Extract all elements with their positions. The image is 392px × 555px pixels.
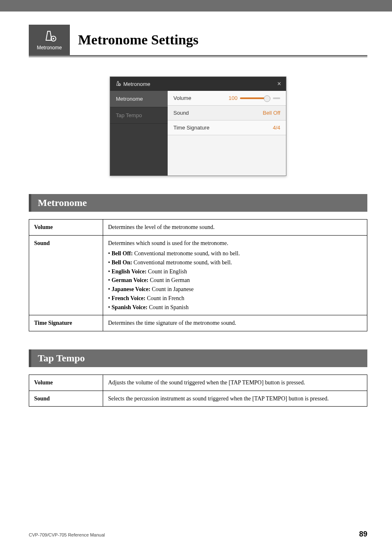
tap-volume-desc: Adjusts the volume of the sound triggere…	[103, 375, 367, 391]
title-underline	[29, 55, 367, 58]
dialog-sidebar: Metronome Tap Tempo	[110, 91, 168, 176]
list-item: French Voice: Count in French	[108, 294, 362, 303]
footer-doc-title: CVP-709/CVP-705 Reference Manual	[29, 532, 105, 537]
list-item: English Voice: Count in English	[108, 267, 362, 276]
svg-point-1	[53, 38, 54, 39]
page-number: 89	[359, 530, 367, 539]
dialog-header: Metronome ×	[110, 77, 286, 91]
spec-volume-desc: Determines the level of the metronome so…	[103, 220, 367, 236]
volume-slider[interactable]: 100	[228, 95, 280, 101]
row-volume[interactable]: Volume 100	[168, 91, 286, 106]
tap-volume-label: Volume	[29, 375, 103, 391]
list-item: Bell On: Conventional metronome sound, w…	[108, 258, 362, 267]
metronome-gear-icon	[42, 30, 57, 43]
spec-timesig-desc: Determines the time signature of the met…	[103, 315, 367, 331]
spec-volume-label: Volume	[29, 220, 103, 236]
spec-sound-list: Bell Off: Conventional metronome sound, …	[108, 249, 362, 312]
top-bar	[0, 0, 392, 12]
volume-value: 100	[228, 95, 238, 101]
row-volume-label: Volume	[173, 95, 191, 101]
row-sound-label: Sound	[173, 110, 189, 116]
row-timesig[interactable]: Time Signature 4/4	[168, 120, 286, 135]
sidebar-item-tap-tempo[interactable]: Tap Tempo	[110, 107, 168, 124]
page-title: Metronome Settings	[70, 25, 367, 55]
tap-sound-label: Sound	[29, 391, 103, 407]
metronome-spec-table: Volume Determines the level of the metro…	[29, 219, 367, 331]
tap-tempo-spec-table: Volume Adjusts the volume of the sound t…	[29, 375, 367, 407]
metronome-icon-box: Metronome	[29, 25, 70, 55]
section-heading-tap-tempo: Tap Tempo	[29, 349, 367, 367]
dialog-main: Volume 100 Sound Bell Off Time Signature…	[168, 91, 286, 176]
sidebar-item-metronome[interactable]: Metronome	[110, 91, 168, 107]
metronome-small-icon	[115, 81, 121, 88]
list-item: Bell Off: Conventional metronome sound, …	[108, 249, 362, 258]
list-item: Spanish Voice: Count in Spanish	[108, 303, 362, 312]
close-icon[interactable]: ×	[277, 80, 281, 88]
slider-track[interactable]	[240, 97, 270, 99]
icon-box-label: Metronome	[37, 45, 62, 51]
metronome-dialog: Metronome × Metronome Tap Tempo Volume 1…	[110, 76, 286, 176]
slider-track-rest	[273, 97, 280, 99]
spec-sound-intro: Determines which sound is used for the m…	[108, 240, 228, 246]
row-timesig-label: Time Signature	[173, 125, 210, 131]
spec-timesig-label: Time Signature	[29, 315, 103, 331]
list-item: German Voice: Count in German	[108, 276, 362, 285]
dialog-title: Metronome	[123, 81, 150, 87]
tap-sound-desc: Selects the percussion instrument as sou…	[103, 391, 367, 407]
spec-sound-desc: Determines which sound is used for the m…	[103, 235, 367, 315]
footer: CVP-709/CVP-705 Reference Manual 89	[29, 530, 367, 539]
page-title-row: Metronome Metronome Settings	[29, 25, 367, 55]
row-sound[interactable]: Sound Bell Off	[168, 106, 286, 120]
row-sound-value: Bell Off	[263, 110, 280, 116]
spec-sound-label: Sound	[29, 235, 103, 315]
row-timesig-value: 4/4	[273, 125, 280, 131]
list-item: Japanese Voice: Count in Japanese	[108, 285, 362, 294]
section-heading-metronome: Metronome	[29, 194, 367, 212]
